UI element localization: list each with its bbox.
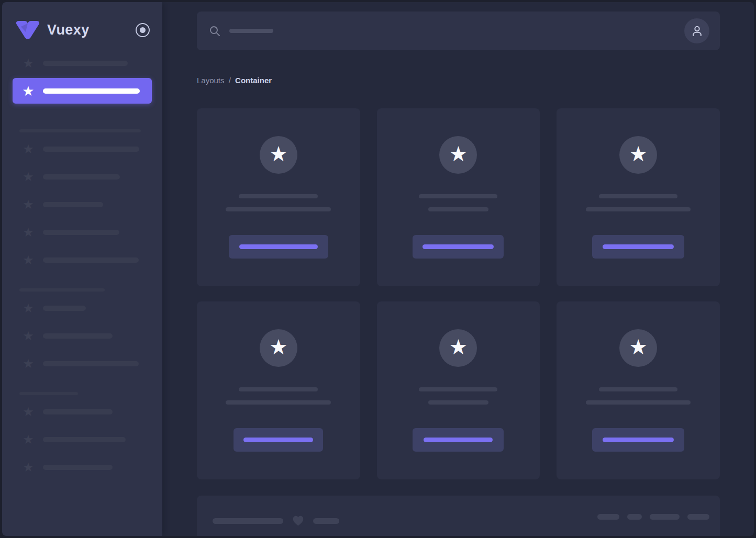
card-subtitle-skeleton <box>586 207 691 211</box>
star-icon: ★ <box>21 57 36 70</box>
nav-item[interactable]: ★ <box>2 223 162 241</box>
heart-icon[interactable] <box>291 514 305 528</box>
breadcrumb-current: Container <box>235 76 272 85</box>
card-title-skeleton <box>419 194 497 198</box>
nav-section: ★ ★ ★ <box>2 288 162 373</box>
nav-item-active[interactable]: ★ <box>13 78 152 104</box>
card-star-avatar: ★ <box>260 136 297 174</box>
star-icon: ★ <box>21 84 36 98</box>
nav-item-label-skeleton <box>43 306 86 311</box>
main-content: Layouts / Container ★ ★ ★ <box>162 2 754 536</box>
nav-item[interactable]: ★ <box>2 458 162 476</box>
footer-bar-skeleton <box>597 514 619 520</box>
star-icon: ★ <box>21 433 36 446</box>
nav-item[interactable]: ★ <box>2 168 162 186</box>
card-action-button[interactable] <box>592 428 684 452</box>
button-label-skeleton <box>239 244 318 249</box>
nav-sections: ★ ★ ★ ★ ★ ★ ★ ★ ★ ★ <box>2 104 162 476</box>
sidebar-nav: ★ ★ ★ ★ ★ ★ ★ ★ <box>2 43 162 476</box>
footer-bar-skeleton <box>687 514 709 520</box>
card-title-skeleton <box>239 387 318 391</box>
footer-right-group <box>597 514 709 520</box>
card-title-skeleton <box>599 387 677 391</box>
brand-name: Vuexy <box>47 22 90 38</box>
nav-item[interactable]: ★ <box>2 327 162 345</box>
nav-item-label-skeleton <box>43 230 119 235</box>
search-icon <box>208 25 221 37</box>
star-icon: ★ <box>21 406 36 418</box>
card-action-button[interactable] <box>592 235 684 259</box>
card-action-button[interactable] <box>229 235 328 259</box>
card-subtitle-skeleton <box>586 400 691 405</box>
star-icon: ★ <box>21 302 36 315</box>
star-icon: ★ <box>21 357 36 370</box>
footer-bar-skeleton <box>650 514 680 520</box>
button-label-skeleton <box>603 244 674 249</box>
card-subtitle-skeleton <box>226 207 331 211</box>
vuexy-logo-icon <box>16 20 40 39</box>
nav-item-label-skeleton <box>43 361 139 366</box>
nav-item-label-skeleton <box>43 61 128 66</box>
nav-item[interactable]: ★ <box>2 196 162 214</box>
star-icon: ★ <box>629 143 648 164</box>
button-label-skeleton <box>603 438 674 442</box>
star-icon: ★ <box>269 337 288 357</box>
card: ★ <box>377 108 540 286</box>
nav-item[interactable]: ★ <box>2 54 162 72</box>
search-bar[interactable] <box>197 12 720 50</box>
nav-section: ★ ★ ★ ★ ★ <box>2 129 162 269</box>
star-icon: ★ <box>21 143 36 155</box>
person-icon <box>690 24 704 38</box>
card-star-avatar: ★ <box>619 329 657 367</box>
card-star-avatar: ★ <box>260 329 297 367</box>
nav-item-label-skeleton <box>43 147 139 152</box>
card: ★ <box>197 301 360 479</box>
footer-bar-skeleton <box>627 514 642 520</box>
nav-item-label-skeleton <box>43 409 113 414</box>
card: ★ <box>557 108 720 286</box>
card-subtitle-skeleton <box>226 400 331 405</box>
nav-section-header-skeleton <box>19 129 141 132</box>
sidebar: Vuexy ★ ★ ★ ★ ★ ★ <box>2 2 162 536</box>
nav-item[interactable]: ★ <box>2 431 162 449</box>
card-action-button[interactable] <box>413 235 504 259</box>
user-avatar-button[interactable] <box>684 18 709 43</box>
nav-section-items: ★ ★ ★ ★ ★ <box>2 140 162 269</box>
star-icon: ★ <box>629 337 648 357</box>
breadcrumb-separator: / <box>229 76 231 85</box>
nav-item-label-skeleton <box>43 437 126 442</box>
nav-item-label-skeleton <box>43 257 139 263</box>
breadcrumb-parent[interactable]: Layouts <box>197 76 225 85</box>
nav-item[interactable]: ★ <box>2 355 162 373</box>
nav-pin-toggle-icon[interactable] <box>136 23 150 37</box>
card-star-avatar: ★ <box>439 136 477 174</box>
button-label-skeleton <box>243 438 313 442</box>
star-icon: ★ <box>21 254 36 266</box>
radio-dot <box>140 27 146 33</box>
card-title-skeleton <box>599 194 677 198</box>
nav-item[interactable]: ★ <box>2 140 162 158</box>
footer-bar-skeleton <box>313 518 339 524</box>
nav-item[interactable]: ★ <box>2 299 162 317</box>
star-icon: ★ <box>21 198 36 211</box>
card-subtitle-skeleton <box>428 207 488 211</box>
card-action-button[interactable] <box>234 428 323 452</box>
card-subtitle-skeleton <box>428 400 488 405</box>
card: ★ <box>557 301 720 479</box>
card-star-avatar: ★ <box>439 329 477 367</box>
nav-item-label-skeleton <box>43 88 140 94</box>
nav-section-items: ★ ★ ★ <box>2 403 162 476</box>
card-action-button[interactable] <box>413 428 504 452</box>
nav-item-label-skeleton <box>43 333 113 339</box>
star-icon: ★ <box>449 337 468 357</box>
card: ★ <box>197 108 360 286</box>
breadcrumb: Layouts / Container <box>197 76 720 85</box>
nav-item[interactable]: ★ <box>2 251 162 269</box>
button-label-skeleton <box>423 244 494 249</box>
cards-grid: ★ ★ ★ ★ <box>197 108 720 479</box>
button-label-skeleton <box>424 438 493 442</box>
star-icon: ★ <box>269 143 288 164</box>
nav-section-items: ★ ★ ★ <box>2 299 162 373</box>
card-title-skeleton <box>239 194 318 198</box>
nav-item[interactable]: ★ <box>2 403 162 421</box>
